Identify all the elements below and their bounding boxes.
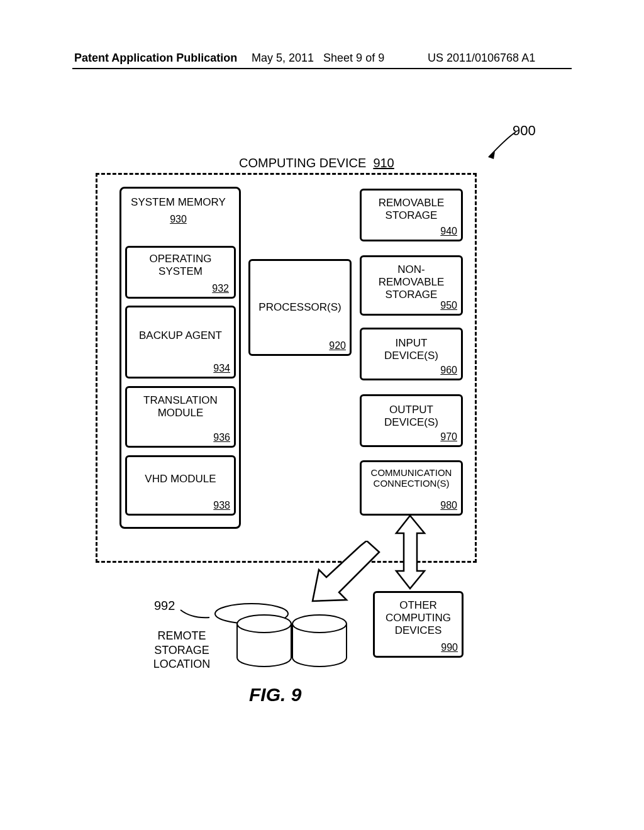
header-date-sheet: May 5, 2011 Sheet 9 of 9	[252, 52, 384, 65]
system-memory-num: 930	[119, 214, 237, 233]
output-devices-box: OUTPUT DEVICE(S) 970	[360, 394, 463, 447]
system-memory-label: SYSTEM MEMORY	[119, 196, 237, 209]
translation-module-num: 936	[213, 432, 230, 443]
operating-system-num: 932	[212, 283, 229, 294]
title-text: COMPUTING DEVICE	[239, 156, 366, 170]
other-computing-devices-box: OTHER COMPUTING DEVICES 990	[373, 591, 464, 658]
other-computing-devices-num: 990	[441, 642, 458, 653]
header-sheet: Sheet 9 of 9	[323, 52, 384, 64]
backup-agent-box: BACKUP AGENT 934	[125, 306, 236, 379]
communication-connections-num: 980	[440, 500, 457, 511]
output-devices-label: OUTPUT DEVICE(S)	[362, 404, 461, 429]
processors-box: PROCESSOR(S) 920	[248, 259, 352, 356]
svg-marker-2	[313, 541, 379, 601]
remote-storage-cylinders-icon	[211, 602, 352, 672]
removable-storage-num: 940	[440, 226, 457, 237]
nonremovable-storage-label: NON- REMOVABLE STORAGE	[362, 263, 461, 301]
operating-system-box: OPERATING SYSTEM 932	[125, 246, 236, 299]
remote-storage-label: REMOTE STORAGE LOCATION	[147, 629, 216, 672]
reference-992: 992	[154, 599, 175, 613]
svg-point-5	[292, 615, 347, 633]
lead-arrow-900-icon	[481, 129, 519, 163]
header-left: Patent Application Publication	[74, 52, 237, 65]
backup-agent-label: BACKUP AGENT	[127, 329, 234, 342]
removable-storage-box: REMOVABLE STORAGE 940	[360, 189, 463, 241]
removable-storage-label: REMOVABLE STORAGE	[362, 197, 461, 222]
input-devices-label: INPUT DEVICE(S)	[362, 337, 461, 362]
processors-num: 920	[329, 340, 346, 351]
input-devices-box: INPUT DEVICE(S) 960	[360, 328, 463, 380]
svg-marker-1	[396, 516, 425, 589]
svg-point-4	[237, 615, 291, 633]
translation-module-label: TRANSLATION MODULE	[127, 394, 234, 419]
header-pubno: US 2011/0106768 A1	[428, 52, 535, 65]
backup-agent-num: 934	[213, 363, 230, 374]
output-devices-num: 970	[440, 431, 457, 443]
nonremovable-storage-num: 950	[440, 300, 457, 311]
title-num: 910	[373, 156, 394, 170]
diagonal-arrow-icon	[311, 541, 380, 602]
vhd-module-num: 938	[213, 500, 230, 511]
other-computing-devices-label: OTHER COMPUTING DEVICES	[375, 599, 462, 637]
lead-line-992-icon	[179, 605, 211, 624]
double-arrow-icon	[393, 514, 428, 590]
operating-system-label: OPERATING SYSTEM	[127, 253, 234, 278]
header-rule	[72, 68, 572, 69]
input-devices-num: 960	[440, 365, 457, 376]
communication-connections-label: COMMUNICATION CONNECTION(S)	[362, 467, 461, 489]
vhd-module-box: VHD MODULE 938	[125, 455, 236, 516]
communication-connections-box: COMMUNICATION CONNECTION(S) 980	[360, 460, 463, 516]
system-memory-box: SYSTEM MEMORY 930	[119, 187, 237, 236]
translation-module-box: TRANSLATION MODULE 936	[125, 386, 236, 448]
nonremovable-storage-box: NON- REMOVABLE STORAGE 950	[360, 255, 463, 316]
processors-label: PROCESSOR(S)	[250, 301, 350, 314]
header-date: May 5, 2011	[252, 52, 314, 64]
vhd-module-label: VHD MODULE	[127, 473, 234, 485]
computing-device-title: COMPUTING DEVICE 910	[239, 156, 394, 170]
figure-caption: FIG. 9	[249, 684, 301, 706]
